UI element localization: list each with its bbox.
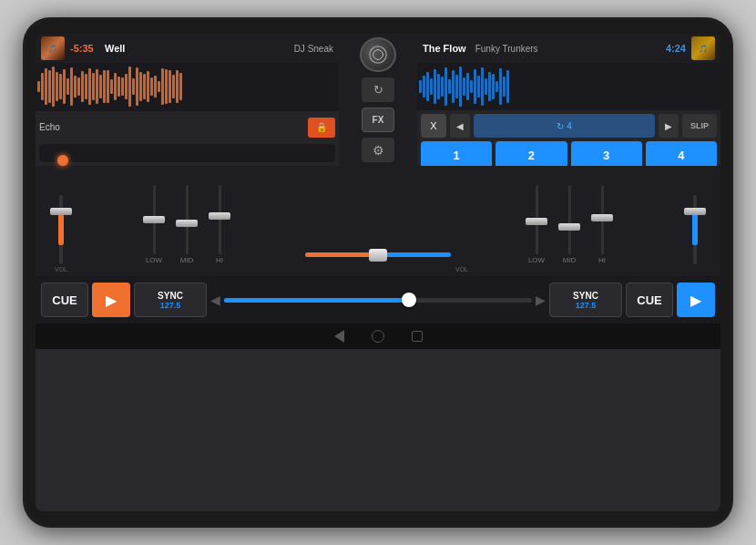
wf-bar [143,74,146,99]
right-mid-handle[interactable] [558,223,580,231]
pitch-track[interactable] [224,298,532,303]
right-deck-header: The Flow Funky Trunkers 4:24 🎵 [417,34,720,63]
left-hi-handle[interactable] [209,212,230,220]
wf-bar [107,70,109,103]
crossfader-track[interactable] [305,252,451,257]
right-eq-hi: HI [589,185,615,264]
wf-bar [477,76,480,98]
logo-button[interactable] [360,37,396,72]
home-button[interactable] [372,330,384,343]
wf-bar [70,67,73,106]
top-section: 🎵 -5:35 Well DJ Sneak [36,34,720,166]
loop-button[interactable]: ↻ 4 [474,114,655,138]
left-mid-handle[interactable] [176,220,198,227]
right-time-display: 4:24 [666,43,686,54]
crossfader-section[interactable] [296,211,460,264]
right-low-handle[interactable] [526,218,547,225]
wf-bar [172,75,175,98]
recents-button[interactable] [412,331,423,342]
right-waveform-bars [417,63,720,110]
left-cue-button[interactable]: CUE [41,283,88,317]
back-button[interactable] [334,330,344,343]
left-hi-track [219,185,221,254]
wf-bar [136,67,138,106]
left-vol-fader[interactable] [45,195,77,264]
wf-bar [474,69,476,104]
right-hi-fader[interactable] [589,185,615,254]
wf-bar [426,72,429,101]
wf-bar [437,74,440,99]
android-nav-bar [36,324,720,349]
nav-prev-button[interactable]: ◀ [450,114,470,138]
wf-bar [503,77,506,97]
right-track-name: The Flow [423,43,466,54]
right-play-button[interactable]: ▶ [677,283,715,317]
right-hi-handle[interactable] [591,214,613,221]
right-sync-button[interactable]: SYNC 127.5 [549,283,622,317]
fx-button[interactable]: FX [362,108,394,132]
pitch-fill [224,298,409,303]
right-low-fader[interactable] [524,185,549,254]
sync-icon-button[interactable]: ↻ [362,77,394,102]
wf-bar [41,73,44,100]
wf-bar [85,74,87,99]
right-waveform[interactable] [417,63,720,110]
hotcue-4[interactable]: 4 [646,141,717,169]
fx-pad[interactable] [39,144,335,163]
wf-bar [176,70,179,103]
left-low-label: LOW [146,256,162,264]
left-sync-button[interactable]: SYNC 127.5 [134,283,207,317]
left-time-display: -5:35 [70,43,99,54]
pitch-left-arrow[interactable]: ◀ [210,293,220,307]
left-eq-faders: LOW MID HI [77,185,296,264]
gear-button[interactable]: ⚙ [362,138,394,162]
pitch-handle[interactable] [402,293,416,307]
right-vol-handle[interactable] [684,208,706,215]
slip-button[interactable]: SLIP [682,114,717,138]
wf-bar [434,69,436,104]
wf-bar [132,78,135,95]
left-sync-label: SYNC [158,291,183,301]
hotcue-1[interactable]: 1 [421,141,492,169]
wf-bar [179,73,182,100]
left-play-button[interactable]: ▶ [92,283,130,317]
sampler-controls-row: X ◀ ↻ 4 ▶ SLIP [421,114,717,138]
wf-bar [125,74,128,99]
wf-bar [92,73,95,100]
right-cue-button[interactable]: CUE [626,283,673,317]
right-eq-mid: MID [557,185,582,264]
wf-bar [48,70,51,103]
left-vol-track [59,195,63,264]
wf-bar [56,72,58,101]
wf-bar [52,67,55,107]
wf-bar [466,73,469,100]
wf-bar [459,67,462,107]
hotcue-2[interactable]: 2 [495,141,567,169]
loop-value: 4 [567,121,572,131]
sampler-x-button[interactable]: X [421,114,446,138]
wf-bar [448,79,451,94]
fx-lock-button[interactable]: 🔒 [308,118,335,138]
crossfader-handle[interactable] [369,249,387,262]
wf-bar [114,73,117,100]
left-low-handle[interactable] [143,216,165,223]
left-vol-handle[interactable] [50,208,72,215]
wf-bar [63,69,66,104]
right-vol-fader[interactable] [679,195,711,264]
fx-label: Echo [39,122,302,132]
left-vol-label: VOL [45,266,77,272]
wf-bar [169,70,171,103]
left-eq-low: LOW [141,185,167,264]
left-waveform[interactable] [36,63,339,111]
pitch-right-arrow[interactable]: ▶ [536,293,546,307]
left-mid-fader[interactable] [174,185,199,254]
right-mid-fader[interactable] [557,185,582,254]
left-low-fader[interactable] [141,185,167,254]
wf-bar [88,68,91,105]
wf-bar [158,81,160,92]
left-hi-fader[interactable] [207,185,232,254]
nav-next-button[interactable]: ▶ [659,114,679,138]
mixer-labels-row: VOL VOL [36,266,720,276]
hotcue-3[interactable]: 3 [571,141,642,169]
wf-bar [161,68,164,105]
